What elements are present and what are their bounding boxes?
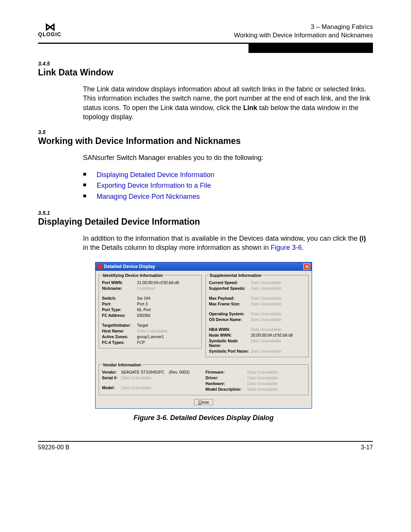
k-fc-addr: FC Address: [102, 313, 137, 318]
close-icon[interactable]: ✕ [303, 264, 310, 270]
black-bar [249, 44, 373, 53]
v-hba: Data Unavailable [251, 327, 305, 332]
k-node: Node WWN: [209, 333, 251, 337]
legend-identifying: Identifying Device Information [102, 273, 164, 278]
k-cspeed: Current Speed: [209, 280, 251, 285]
section-title-345: Link Data Window [38, 67, 373, 78]
section-num-35: 3.5 [38, 129, 373, 135]
section-num-351: 3.5.1 [38, 210, 373, 216]
k-hba: HBA WWN: [209, 327, 251, 332]
k-hw: Hardware: [206, 381, 247, 386]
v-osdev: Data Unavailable [251, 317, 305, 322]
v-fc4: FCP [137, 340, 198, 345]
para-351-a: In addition to the information that is a… [83, 235, 359, 242]
k-spn: Symbolic Port Name: [209, 349, 251, 353]
dialog-body: Identifying Device Information Port WWN:… [96, 271, 312, 363]
k-nickname: Nickname: [102, 286, 137, 291]
v-model: Data Unavailable [121, 385, 202, 390]
k-host: Host Name: [102, 329, 137, 333]
k-switch: Switch: [102, 296, 137, 300]
link-figure-3-6[interactable]: Figure 3-6 [271, 244, 302, 251]
section-title-35: Working with Device Information and Nick… [38, 136, 373, 146]
k-fw: Firmware: [206, 370, 247, 374]
v-os: Data Unavailable [251, 312, 305, 316]
k-maxf: Max Frame Size: [209, 302, 251, 306]
k-snn: Symbolic Node Name: [209, 339, 251, 348]
v-hw: Data Unavailable [247, 381, 305, 386]
k-port-type: Port Type: [102, 307, 137, 312]
para-345: The Link data window displays informatio… [83, 85, 373, 121]
section-num-345: 3.4.5 [38, 61, 373, 67]
para-351: In addition to the information that is a… [83, 234, 373, 252]
logo-icon: ⋈ [45, 23, 54, 31]
fs-supplemental: Supplemental Information Current Speed:D… [206, 273, 309, 357]
header-right: 3 – Managing Fabrics Working with Device… [234, 23, 373, 40]
v-port: Port 3 [137, 302, 198, 306]
k-zones: Active Zones: [102, 334, 137, 339]
fs-identifying: Identifying Device Information Port WWN:… [99, 273, 202, 348]
close-row: Close [96, 398, 312, 408]
close-button[interactable]: Close [194, 399, 213, 405]
link-managing-nicknames[interactable]: Managing Device Port Nicknames [97, 193, 200, 200]
col-identifying: Identifying Device Information Port WWN:… [99, 273, 202, 359]
bottom-rule [38, 441, 373, 442]
dialog-detailed-device: Detailed Device Display ✕ Identifying De… [95, 262, 312, 409]
v-port-type: NL-Port [137, 307, 198, 312]
logo-text: QLOGIC [38, 31, 61, 37]
k-vendor: Vendor: [102, 370, 121, 374]
v-ti: Target [137, 323, 198, 328]
k-model: Model: [102, 385, 121, 390]
v-nickname: Undefined [137, 286, 198, 291]
k-mdesc: Model Description: [206, 387, 247, 391]
footer: 59226-00 B 3-17 [38, 444, 373, 451]
v-drv: Data Unavailable [247, 375, 305, 380]
bullet-2: Exporting Device Information to a File [83, 180, 373, 191]
legend-supplemental: Supplemental Information [209, 273, 262, 278]
v-cspeed: Data Unavailable [251, 280, 305, 285]
figure-3-6: Detailed Device Display ✕ Identifying De… [95, 262, 312, 422]
k-port: Port: [102, 302, 137, 306]
v-mdesc: Data Unavailable [247, 387, 305, 391]
v-sspeed: Data Unavailable [251, 286, 305, 291]
v-switch: Sw 194 [137, 296, 198, 300]
v-spn: Data Unavailable [251, 349, 305, 353]
v-node: 20:00:00:04:cf:92:b6:d9 [251, 333, 305, 337]
v-port-wwn: 21:00:00:04:cf:92:b6:d9 [137, 280, 198, 285]
page-header: ⋈ QLOGIC 3 – Managing Fabrics Working wi… [38, 23, 373, 40]
k-maxp: Max Payload: [209, 296, 251, 300]
k-ti: Target/Initiator: [102, 323, 137, 328]
page: ⋈ QLOGIC 3 – Managing Fabrics Working wi… [0, 0, 411, 532]
col-supplemental: Supplemental Information Current Speed:D… [206, 273, 309, 359]
k-fc4: FC-4 Types: [102, 340, 137, 345]
v-vendor-name: SEAGATE ST318452FC [121, 370, 164, 374]
para-351-c: in the Details column to display more in… [83, 244, 271, 251]
footer-left: 59226-00 B [38, 444, 70, 451]
header-subtitle: Working with Device Information and Nick… [234, 31, 373, 40]
k-drv: Driver: [206, 375, 247, 380]
dialog-title: Detailed Device Display [104, 264, 155, 269]
k-port-wwn: Port WWN: [102, 280, 137, 285]
v-fw: Data Unavailable [247, 370, 305, 374]
v-vendor: SEAGATE ST318452FC (Rev. 0003) [121, 370, 202, 374]
app-icon [97, 264, 102, 269]
v-serial: Data Unavailable [121, 375, 202, 380]
v-maxp: Data Unavailable [251, 296, 305, 300]
v-host: Data Unavailable [137, 329, 198, 333]
v-vendor-rev: (Rev. 0003) [169, 370, 190, 374]
k-serial: Serial #: [102, 375, 121, 380]
v-maxf: Data Unavailable [251, 302, 305, 306]
logo: ⋈ QLOGIC [38, 23, 61, 37]
section-title-351: Displaying Detailed Device Information [38, 217, 373, 227]
v-fc-addr: 03039d [137, 313, 198, 318]
bullet-3: Managing Device Port Nicknames [83, 191, 373, 202]
k-osdev: OS Device Name: [209, 317, 251, 322]
legend-vendor: Vendor Information [102, 363, 142, 367]
link-exporting[interactable]: Exporting Device Information to a File [97, 182, 211, 189]
para-351-b: (i) [359, 235, 366, 242]
k-sspeed: Supported Speeds: [209, 286, 251, 291]
para-35-intro: SANsurfer Switch Manager enables you to … [83, 153, 373, 162]
bullet-list-35: Displaying Detailed Device Information E… [83, 169, 373, 202]
link-displaying-detailed[interactable]: Displaying Detailed Device Information [97, 171, 214, 179]
v-snn: Data Unavailable [251, 339, 305, 348]
fs-vendor: Vendor Information Vendor:SEAGATE ST3184… [99, 363, 309, 395]
